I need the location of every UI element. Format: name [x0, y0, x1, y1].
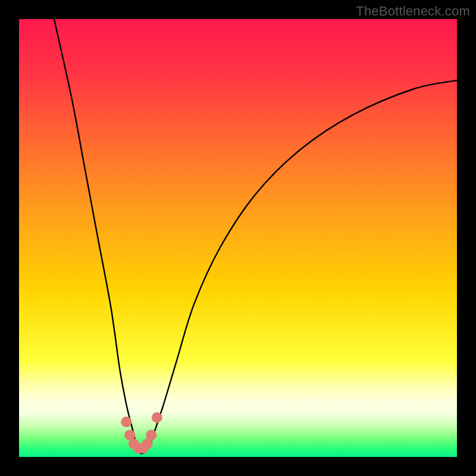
chart-frame — [19, 19, 457, 457]
watermark-text: TheBottleneck.com — [356, 4, 470, 19]
curve-marker — [146, 430, 156, 440]
bottleneck-curve — [19, 19, 457, 457]
curve-marker — [121, 416, 131, 427]
curve-marker — [152, 412, 162, 423]
